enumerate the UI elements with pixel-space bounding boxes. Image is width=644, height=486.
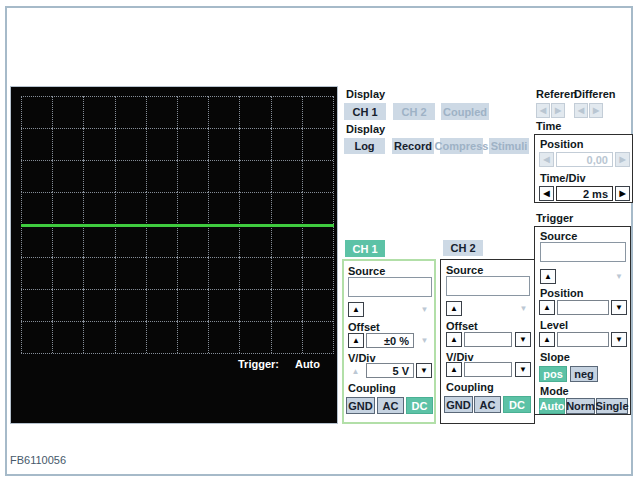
display-modes-label: Display [346,124,385,135]
trigger-slope-label: Slope [540,352,570,363]
mode-auto-button[interactable]: Auto [539,398,565,414]
record-button[interactable]: Record [392,138,434,154]
right-arrow-icon: ▶ [619,190,625,198]
ch2-source-up-button[interactable]: ▲ [446,301,462,316]
right-arrow-icon: ▶ [619,156,625,164]
slope-neg-button[interactable]: neg [570,366,598,382]
ch1-source-down-button[interactable]: ▼ [418,303,431,316]
ch2-offset-label: Offset [446,321,478,332]
ch2-coupling-dc-button[interactable]: DC [503,396,531,413]
down-arrow-icon: ▼ [519,336,527,344]
difference-label: Differen [574,89,616,100]
ch2-source-down-button[interactable]: ▼ [517,302,530,315]
down-arrow-icon: ▼ [615,336,623,344]
display-ch2-button[interactable]: CH 2 [393,103,435,120]
ch1-vdiv-value[interactable]: 5 V [366,363,414,378]
ch1-offset-label: Offset [348,322,380,333]
up-arrow-icon: ▲ [543,336,551,344]
up-arrow-icon: ▲ [450,305,458,313]
trigger-position-value[interactable] [557,300,609,315]
slope-pos-button[interactable]: pos [539,366,567,382]
ch2-source-label: Source [446,265,483,276]
ch1-vdiv-up-button[interactable]: ▲ [349,365,362,378]
trigger-source-up-button[interactable]: ▲ [540,269,556,284]
trigger-position-label: Position [540,288,583,299]
time-position-value[interactable]: 0,00 [556,152,613,167]
timediv-value[interactable]: 2 ms [556,186,613,201]
time-position-left-button[interactable]: ◀ [539,152,554,167]
left-arrow-icon: ◀ [543,190,549,198]
right-arrow-icon: ▶ [593,107,599,115]
trigger-status-value: Auto [295,358,320,370]
reference-label: Referen [536,89,577,100]
mode-norm-button[interactable]: Norm [566,398,595,414]
timediv-label: Time/Div [540,173,586,184]
tab-ch1[interactable]: CH 1 [345,240,385,257]
ch2-coupling-label: Coupling [446,382,494,393]
ch2-offset-up-button[interactable]: ▲ [446,332,462,347]
up-arrow-icon: ▲ [543,304,551,312]
ch2-source-input[interactable] [446,276,530,296]
trigger-status-label: Trigger: [238,358,279,370]
time-position-label: Position [540,139,583,150]
tab-ch2[interactable]: CH 2 [443,240,483,256]
ch2-vdiv-up-button[interactable]: ▲ [446,362,462,377]
ch1-vdiv-down-button[interactable]: ▼ [416,363,432,378]
down-arrow-icon: ▼ [421,306,429,314]
ch2-vdiv-down-button[interactable]: ▼ [515,362,531,377]
difference-prev-button[interactable]: ◀ [574,103,588,118]
ch2-offset-down-button[interactable]: ▼ [515,332,531,347]
ch1-source-up-button[interactable]: ▲ [348,302,364,317]
ch1-coupling-dc-button[interactable]: DC [406,397,433,414]
ch2-vdiv-value[interactable] [464,362,512,377]
trigger-label: Trigger [536,213,573,224]
ch2-offset-value[interactable] [464,332,512,347]
time-position-right-button[interactable]: ▶ [615,152,630,167]
trigger-level-up-button[interactable]: ▲ [539,332,555,347]
difference-next-button[interactable]: ▶ [589,103,603,118]
ch1-offset-value[interactable]: ±0 % [366,333,414,348]
timediv-increase-button[interactable]: ▶ [615,186,630,201]
ch1-coupling-ac-button[interactable]: AC [377,397,404,414]
right-arrow-icon: ▶ [555,107,561,115]
left-arrow-icon: ◀ [540,107,546,115]
down-arrow-icon: ▼ [421,337,429,345]
log-button[interactable]: Log [344,138,385,154]
ch1-coupling-gnd-button[interactable]: GND [346,397,375,414]
display-channels-label: Display [346,89,385,100]
trigger-panel: Source ▲ ▼ Position ▲ ▼ Level ▲ ▼ Slope … [534,226,631,415]
mode-single-button[interactable]: Single [596,398,628,414]
reference-prev-button[interactable]: ◀ [536,103,550,118]
trigger-level-value[interactable] [557,332,609,347]
trigger-source-label: Source [540,231,577,242]
up-arrow-icon: ▲ [450,366,458,374]
ch1-offset-down-button[interactable]: ▼ [418,334,431,347]
down-arrow-icon: ▼ [615,273,623,281]
compress-button[interactable]: Compress [440,138,483,154]
down-arrow-icon: ▼ [420,367,428,375]
trigger-level-down-button[interactable]: ▼ [611,332,627,347]
display-coupled-button[interactable]: Coupled [441,103,489,120]
up-arrow-icon: ▲ [544,273,552,281]
left-arrow-icon: ◀ [578,107,584,115]
up-arrow-icon: ▲ [450,336,458,344]
trigger-source-input[interactable] [540,242,626,262]
up-arrow-icon: ▲ [352,306,360,314]
stimuli-button[interactable]: Stimuli [489,138,529,154]
ch2-coupling-ac-button[interactable]: AC [474,396,501,413]
app-window: Trigger: Auto Display CH 1 CH 2 Coupled … [0,0,644,486]
ch1-offset-up-button[interactable]: ▲ [348,333,364,348]
scope-display: Trigger: Auto [10,86,338,424]
trigger-source-down-button[interactable]: ▼ [612,270,626,283]
ch1-source-input[interactable] [348,277,432,297]
reference-next-button[interactable]: ▶ [551,103,565,118]
trigger-position-down-button[interactable]: ▼ [611,300,627,315]
down-arrow-icon: ▼ [615,304,623,312]
timediv-decrease-button[interactable]: ◀ [539,186,554,201]
ch2-coupling-gnd-button[interactable]: GND [444,396,473,413]
trigger-level-label: Level [540,320,568,331]
trigger-position-up-button[interactable]: ▲ [539,300,555,315]
display-ch1-button[interactable]: CH 1 [344,103,386,120]
figure-id: FB6110056 [10,454,66,466]
ch1-source-label: Source [348,266,385,277]
